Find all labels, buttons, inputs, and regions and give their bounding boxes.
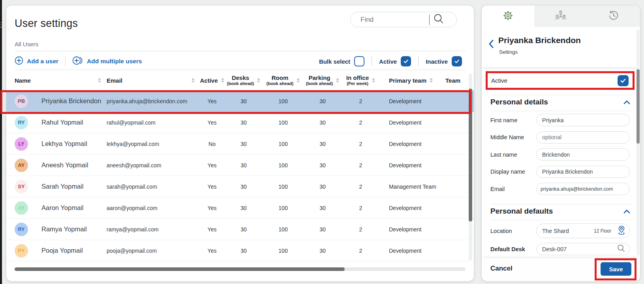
back-icon[interactable] [488,40,494,50]
horizontal-scrollbar[interactable] [15,267,466,271]
search-input[interactable] [360,15,428,24]
table-row[interactable]: RYRahul Yopmailrahul@yopmail.comYes30100… [6,112,474,133]
column-header-name[interactable]: Name [15,78,107,83]
avatar: SY [15,180,28,193]
add-user-icon[interactable] [15,56,23,66]
table-row[interactable]: SYSarah Yopmailsarah@yopmail.comYes30100… [6,176,474,197]
sort-icon[interactable] [297,78,300,83]
vertical-scrollbar[interactable] [469,74,472,260]
inactive-filter-checkbox[interactable] [452,56,462,66]
field-input-last-name[interactable] [536,148,630,161]
sort-icon[interactable] [98,78,101,83]
avatar: RY [15,116,28,129]
tab-teams[interactable] [534,6,587,27]
save-button[interactable]: Save [601,262,631,276]
user-primary-team: Development [379,98,442,104]
active-toggle-checkbox[interactable] [618,75,629,86]
user-primary-team: Development [379,248,442,254]
page-title: User settings [15,17,78,30]
user-parking: 30 [303,205,342,211]
add-multiple-users-icon[interactable] [72,56,83,66]
divider [15,51,466,51]
detail-tabbar [482,6,640,27]
user-primary-team: Development [379,162,442,169]
field-input-middle-name[interactable] [536,131,630,144]
search-divider [429,15,430,25]
avatar: PY [15,244,28,257]
sort-icon[interactable] [372,78,375,83]
view-filter-label[interactable]: All Users [15,41,38,47]
user-name: Rahul Yopmail [41,119,83,126]
location-building: The Shard [542,228,569,234]
chevron-up-icon[interactable] [623,98,630,106]
add-user-button[interactable]: Add a user [27,58,58,65]
user-active: Yes [200,248,224,254]
column-header-email[interactable]: Email [107,78,200,83]
location-pin-icon[interactable] [617,225,626,237]
table-row[interactable]: PYPooja Yopmailpooja@yopmail.comYes30100… [6,240,474,261]
field-label-middle-name: Middle Name [490,134,536,140]
add-multiple-users-button[interactable]: Add multiple users [87,58,142,65]
table-row[interactable]: AYAneesh Yopmailaneesh@yopmail.comYes301… [6,155,474,176]
avatar: AY [15,159,28,172]
table-row[interactable]: PBPriyanka Brickendonpriyanka.ahuja@bric… [6,91,474,112]
location-field[interactable]: The Shard 12 Floor [536,223,630,238]
user-in-office: 2 [342,248,379,254]
user-primary-team: Development [379,205,442,211]
user-in-office: 2 [342,141,379,147]
active-filter-checkbox[interactable] [401,56,411,66]
column-header-in_office[interactable]: In office(Per week) [342,75,379,86]
sort-icon[interactable] [336,78,339,83]
user-room: 100 [263,98,303,104]
tab-history[interactable] [587,6,640,27]
avatar: PB [15,95,28,108]
vertical-scrollbar-thumb[interactable] [469,89,472,222]
default-desk-field[interactable]: Desk-007 [536,243,630,255]
user-desks: 30 [224,162,263,169]
column-header-active[interactable]: Active [200,78,224,83]
user-desks: 30 [224,184,263,190]
user-email: aaron@yopmail.com [107,205,200,211]
location-floor: 12 Floor [594,228,611,234]
table-row[interactable]: AYAaron Yopmailaaron@yopmail.comYes30100… [6,197,474,219]
field-input-first-name[interactable] [536,114,630,126]
horizontal-scrollbar-thumb[interactable] [15,267,345,271]
section-title-text: Personal details [490,98,548,106]
cancel-button[interactable]: Cancel [490,265,513,273]
detail-scrollbar-thumb[interactable] [636,69,640,144]
detail-scrollbar[interactable] [636,29,640,256]
sort-icon[interactable] [192,78,195,83]
divider [490,204,632,204]
section-personal-details: Personal details [490,98,632,106]
default-desk-label: Default Desk [490,246,536,252]
user-parking: 30 [303,248,342,254]
divider [65,57,66,66]
table-row[interactable]: RYRamya Yopmailramya@yopmail.comYes30100… [6,219,474,240]
active-toggle-row: Active [488,73,633,88]
user-active: Yes [200,205,224,211]
chevron-up-icon[interactable] [623,207,630,216]
column-header-parking[interactable]: Parking(book ahead) [303,75,342,86]
section-title-text: Personal defaults [490,207,553,216]
sort-icon[interactable] [430,78,433,83]
field-input-email[interactable] [536,183,630,195]
sort-icon[interactable] [257,78,260,83]
window-edge-strip [0,0,2,284]
search-icon[interactable] [433,13,445,27]
column-header-primary_team[interactable]: Primary team [379,78,442,83]
divider [490,95,632,95]
user-parking: 30 [303,141,342,147]
user-detail-panel: Priyanka Brickendon Settings Active Pers… [482,6,640,281]
column-header-room[interactable]: Room(book ahead) [263,75,303,86]
org-chart-icon [555,10,567,22]
table-body: PBPriyanka Brickendonpriyanka.ahuja@bric… [6,91,474,261]
column-header-desks[interactable]: Desks(book ahead) [224,75,263,86]
search-box[interactable] [350,12,457,27]
bulk-select-checkbox[interactable] [354,56,364,66]
user-room: 100 [263,141,303,147]
field-input-display-name[interactable] [536,166,630,178]
desk-search-icon[interactable] [617,244,625,254]
history-icon [608,10,619,23]
table-row[interactable]: LYLekhya Yopmaillekhya@yopmail.comNo3010… [6,133,474,155]
tab-settings[interactable] [482,6,534,27]
